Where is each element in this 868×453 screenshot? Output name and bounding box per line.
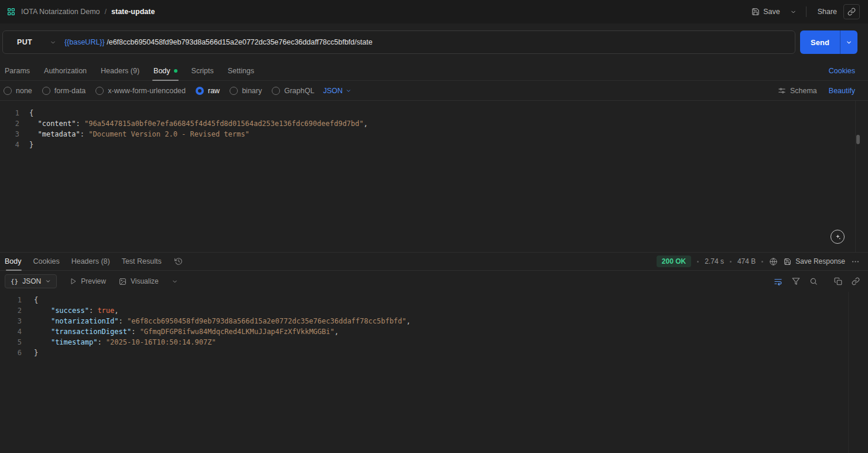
send-button[interactable]: Send (800, 30, 840, 54)
line-number: 3 (0, 316, 34, 326)
code-line: 1{ (0, 108, 868, 118)
wrap-text-icon[interactable] (774, 277, 782, 286)
share-button[interactable]: Share (812, 5, 842, 19)
save-button-label: Save (763, 8, 780, 16)
radio-label: form-data (54, 87, 86, 95)
postman-window: IOTA Notarization Demo / state-update Sa… (0, 0, 868, 453)
code-text: "transactionDigest": "GfmqDFGP8ifwu84Mdq… (34, 326, 339, 337)
body-options-actions: Schema Beautify (778, 87, 855, 95)
code-text: } (34, 348, 38, 358)
tab-label: Cookies (33, 257, 60, 265)
tab-label: Authorization (44, 67, 87, 75)
network-info-icon[interactable] (769, 257, 778, 266)
search-icon[interactable] (809, 277, 818, 285)
response-tab-cookies[interactable]: Cookies (28, 253, 66, 270)
send-button-group: Send (800, 30, 857, 54)
tab-label: Test Results (122, 257, 162, 265)
response-body-editor[interactable]: 1{2 "success": true,3 "notarizationId": … (0, 292, 868, 453)
url-variable: {{baseURL}} (64, 38, 105, 46)
line-number: 1 (0, 108, 29, 118)
response-header: Body Cookies Headers (8) Test Results 20… (0, 252, 868, 271)
copy-link-button[interactable] (843, 4, 860, 19)
response-meta: 200 OK 2.74 s 474 B Save Respons (657, 256, 860, 267)
tab-settings[interactable]: Settings (221, 61, 261, 80)
tab-authorization[interactable]: Authorization (37, 61, 94, 80)
postbot-icon[interactable] (831, 230, 845, 244)
tab-label: Headers (9) (101, 67, 139, 75)
language-selector[interactable]: JSON (323, 87, 351, 95)
cookies-link[interactable]: Cookies (829, 67, 855, 75)
copy-icon[interactable] (834, 277, 842, 285)
chevron-down-icon (790, 9, 797, 15)
url-path: /e6f8ccb6950458fd9eb793d8a566d15a2e0772d… (107, 38, 373, 46)
radio-x-www-form-urlencoded[interactable]: x-www-form-urlencoded (95, 87, 186, 95)
top-bar: IOTA Notarization Demo / state-update Sa… (0, 0, 868, 23)
visualize-button[interactable]: Visualize (119, 277, 159, 285)
visualize-label: Visualize (131, 277, 159, 285)
radio-none[interactable]: none (4, 87, 32, 95)
filter-icon[interactable] (792, 277, 800, 285)
workspace-name[interactable]: IOTA Notarization Demo (21, 8, 100, 16)
workspace-logo-icon[interactable] (6, 6, 16, 17)
code-text: "metadata": "Document Version 2.0 - Revi… (29, 129, 250, 139)
sliders-icon (778, 87, 786, 95)
preview-button[interactable]: Preview (70, 277, 106, 285)
response-tab-headers[interactable]: Headers (8) (66, 253, 116, 270)
beautify-button[interactable]: Beautify (829, 87, 855, 95)
radio-circle (272, 87, 280, 95)
chevron-down-icon (45, 278, 51, 284)
radio-form-data[interactable]: form-data (42, 87, 86, 95)
tab-body[interactable]: Body (146, 61, 184, 80)
save-response-button[interactable]: Save Response (784, 257, 845, 265)
link-icon (848, 8, 856, 16)
status-badge[interactable]: 200 OK (657, 256, 691, 267)
radio-label: raw (208, 87, 220, 95)
save-icon (751, 8, 760, 16)
breadcrumb-separator: / (105, 8, 107, 16)
response-size[interactable]: 474 B (737, 257, 756, 265)
tab-label: Body (5, 257, 22, 265)
more-options-icon[interactable] (851, 257, 860, 266)
code-line: 3 "notarizationId": "e6f8ccb6950458fd9eb… (0, 316, 868, 326)
radio-raw[interactable]: raw (196, 87, 220, 95)
url-input[interactable]: {{baseURL}} /e6f8ccb6950458fd9eb793d8a56… (64, 38, 795, 46)
response-tab-test-results[interactable]: Test Results (116, 253, 168, 270)
code-text: "content": "96a5447815a0bf0e7efa66845f4d… (29, 118, 368, 129)
tab-scripts[interactable]: Scripts (184, 61, 221, 80)
tab-label: Scripts (192, 67, 214, 75)
request-title: state-update (111, 8, 155, 16)
response-history-icon[interactable] (175, 257, 183, 265)
line-number: 5 (0, 337, 34, 348)
code-text: "notarizationId": "e6f8ccb6950458fd9eb79… (34, 316, 411, 326)
radio-circle (4, 87, 12, 95)
scrollbar-thumb[interactable] (856, 135, 860, 144)
response-time[interactable]: 2.74 s (705, 257, 724, 265)
save-options-chevron-button[interactable] (787, 6, 800, 18)
response-view-controls: {} JSON Preview Visualize (5, 274, 178, 288)
link-icon[interactable] (852, 277, 860, 285)
code-text: { (34, 295, 38, 305)
response-format-selector[interactable]: {} JSON (5, 274, 57, 288)
method-select[interactable]: PUT (3, 31, 64, 53)
tab-headers[interactable]: Headers (9) (94, 61, 146, 80)
response-tab-body[interactable]: Body (0, 253, 28, 270)
radio-binary[interactable]: binary (230, 87, 262, 95)
chevron-down-icon (50, 39, 56, 46)
radio-graphql[interactable]: GraphQL (272, 87, 314, 95)
request-tabs-row: Params Authorization Headers (9) Body Sc… (0, 61, 868, 81)
code-text: { (29, 108, 33, 118)
line-number: 2 (0, 305, 34, 316)
body-options-row: none form-data x-www-form-urlencoded raw… (0, 81, 868, 101)
tab-params[interactable]: Params (0, 61, 37, 80)
radio-label: binary (242, 87, 262, 95)
request-url-row: PUT {{baseURL}} /e6f8ccb6950458fd9eb793d… (0, 23, 868, 61)
request-body-editor[interactable]: 1{2 "content": "96a5447815a0bf0e7efa6684… (0, 101, 868, 252)
code-line: 1{ (0, 295, 868, 305)
tab-label: Settings (228, 67, 254, 75)
schema-button[interactable]: Schema (778, 87, 817, 95)
save-button[interactable]: Save (746, 5, 785, 19)
send-options-chevron-button[interactable] (840, 30, 857, 54)
radio-circle (95, 87, 104, 95)
view-options-chevron[interactable] (172, 278, 178, 285)
url-box: PUT {{baseURL}} /e6f8ccb6950458fd9eb793d… (2, 30, 795, 54)
